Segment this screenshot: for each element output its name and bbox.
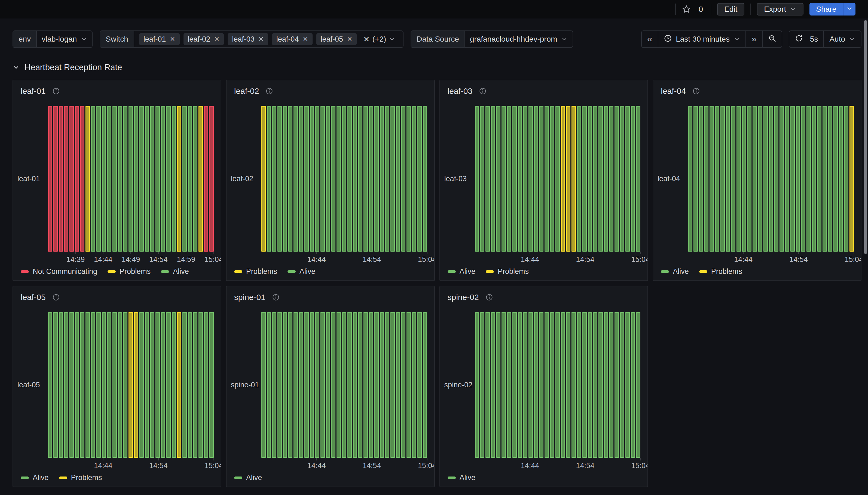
remove-tag-icon[interactable]: ✕ (258, 36, 264, 42)
status-bar-alive[interactable] (491, 106, 495, 252)
zoom-out-button[interactable] (762, 31, 782, 47)
status-bar-alive[interactable] (326, 106, 330, 252)
status-bar-alive[interactable] (491, 312, 495, 458)
status-bar-alive[interactable] (604, 312, 608, 458)
share-menu-button[interactable] (843, 3, 855, 16)
legend-item-alive[interactable]: Alive (448, 474, 476, 482)
status-bar-alive[interactable] (150, 106, 155, 252)
filter-tag-leaf-01[interactable]: leaf-01✕ (139, 33, 180, 45)
status-bar-alive[interactable] (96, 106, 101, 252)
status-bar-alive[interactable] (342, 312, 346, 458)
status-bar-problems[interactable] (261, 106, 266, 252)
status-bar-alive[interactable] (550, 106, 554, 252)
info-icon[interactable] (272, 293, 280, 301)
status-bar-alive[interactable] (272, 106, 276, 252)
status-bar-alive[interactable] (347, 106, 352, 252)
status-bar-alive[interactable] (107, 106, 111, 252)
status-bar-alive[interactable] (615, 312, 619, 458)
status-bar-alive[interactable] (839, 106, 843, 252)
status-bar-alive[interactable] (748, 106, 752, 252)
status-bar-alive[interactable] (523, 106, 527, 252)
status-bar-alive[interactable] (555, 106, 560, 252)
status-bar-alive[interactable] (315, 106, 320, 252)
status-bar-not_communicating[interactable] (48, 106, 52, 252)
status-bar-alive[interactable] (118, 106, 122, 252)
status-bar-alive[interactable] (699, 106, 703, 252)
status-bar-alive[interactable] (172, 312, 176, 458)
status-bar-alive[interactable] (731, 106, 735, 252)
status-bar-alive[interactable] (102, 312, 106, 458)
status-bar-alive[interactable] (123, 312, 128, 458)
legend-item-problems[interactable]: Problems (699, 267, 742, 276)
status-bar-alive[interactable] (615, 106, 619, 252)
status-bar-alive[interactable] (631, 312, 635, 458)
status-bar-alive[interactable] (475, 312, 479, 458)
status-bar-alive[interactable] (294, 312, 298, 458)
status-bar-alive[interactable] (64, 312, 68, 458)
status-bar-alive[interactable] (390, 312, 395, 458)
status-bar-alive[interactable] (305, 312, 309, 458)
status-bar-alive[interactable] (620, 106, 624, 252)
status-bar-alive[interactable] (310, 312, 314, 458)
info-icon[interactable] (52, 87, 60, 95)
status-bar-alive[interactable] (475, 106, 479, 252)
status-bar-problems[interactable] (198, 106, 203, 252)
status-bar-alive[interactable] (423, 106, 427, 252)
status-bar-alive[interactable] (140, 312, 144, 458)
filter-tag-leaf-04[interactable]: leaf-04✕ (272, 33, 313, 45)
status-bar-alive[interactable] (380, 106, 384, 252)
status-bar-alive[interactable] (112, 106, 117, 252)
panel-title[interactable]: leaf-03 (448, 86, 473, 96)
status-bar-alive[interactable] (337, 312, 341, 458)
status-bar-alive[interactable] (764, 106, 768, 252)
status-bar-alive[interactable] (155, 312, 160, 458)
status-bar-alive[interactable] (353, 106, 357, 252)
status-bar-alive[interactable] (380, 312, 384, 458)
export-button[interactable]: Export (757, 3, 803, 16)
status-bar-alive[interactable] (417, 106, 422, 252)
status-bar-alive[interactable] (374, 312, 379, 458)
time-range-picker[interactable]: Last 30 minutes (658, 31, 746, 47)
status-bar-alive[interactable] (161, 312, 165, 458)
legend-item-alive[interactable]: Alive (661, 267, 689, 276)
status-bar-alive[interactable] (347, 312, 352, 458)
status-bar-alive[interactable] (315, 312, 320, 458)
status-bar-alive[interactable] (822, 106, 827, 252)
status-bar-alive[interactable] (107, 312, 111, 458)
star-icon[interactable] (682, 5, 691, 14)
filter-tag-leaf-02[interactable]: leaf-02✕ (183, 33, 224, 45)
status-bar-alive[interactable] (502, 106, 506, 252)
status-bar-alive[interactable] (417, 312, 422, 458)
status-bar-alive[interactable] (96, 312, 101, 458)
status-bar-alive[interactable] (593, 312, 597, 458)
filter-tag-leaf-03[interactable]: leaf-03✕ (228, 33, 268, 45)
env-variable-value[interactable]: vlab-logan (37, 31, 92, 47)
status-bar-alive[interactable] (753, 106, 757, 252)
status-bar-alive[interactable] (331, 312, 336, 458)
status-bar-alive[interactable] (401, 106, 406, 252)
status-bar-alive[interactable] (588, 312, 592, 458)
status-bar-alive[interactable] (277, 106, 282, 252)
status-bar-alive[interactable] (294, 106, 298, 252)
status-bar-alive[interactable] (390, 106, 395, 252)
legend-item-problems[interactable]: Problems (108, 267, 151, 276)
status-bar-problems[interactable] (85, 106, 90, 252)
clear-tags-icon[interactable]: ✕ (363, 35, 370, 44)
status-bar-problems[interactable] (177, 106, 181, 252)
status-bar-alive[interactable] (353, 312, 357, 458)
status-bar-alive[interactable] (299, 106, 303, 252)
status-bar-alive[interactable] (609, 312, 614, 458)
legend-item-problems[interactable]: Problems (234, 267, 277, 276)
status-bar-not_communicating[interactable] (209, 106, 214, 252)
remove-tag-icon[interactable]: ✕ (302, 36, 308, 42)
status-bar-alive[interactable] (140, 106, 144, 252)
status-bar-alive[interactable] (528, 106, 533, 252)
status-bar-alive[interactable] (396, 312, 400, 458)
status-bar-alive[interactable] (288, 312, 293, 458)
status-bar-alive[interactable] (609, 106, 614, 252)
status-bar-alive[interactable] (599, 312, 603, 458)
panel-title[interactable]: spine-01 (234, 293, 265, 302)
status-bar-alive[interactable] (620, 312, 624, 458)
status-bar-alive[interactable] (512, 106, 517, 252)
status-bar-problems[interactable] (566, 106, 571, 252)
